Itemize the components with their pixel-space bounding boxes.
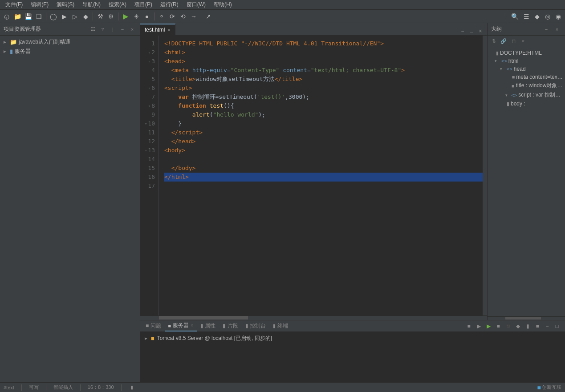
toolbar-btn-13[interactable]: ⚬ [157,12,167,21]
toolbar-btn-9[interactable]: ⚒ [95,12,105,21]
bottom-collapse-btn[interactable]: − [543,322,552,331]
tab-maximize-btn[interactable]: □ [467,27,476,35]
line-num-4: 4 [140,66,159,75]
toolbar-btn-7[interactable]: ▷ [70,12,80,21]
toolbar-save-btn[interactable]: 💾 [23,12,33,21]
outline-link-btn[interactable]: 🔗 [499,37,508,46]
server-tree-item[interactable]: ► ■ Tomcat v8.5 Server @ localhost [已启动,… [144,334,561,343]
toolbar-run-btn[interactable]: ▶ [121,12,130,21]
outline-close-btn[interactable]: × [553,25,561,34]
outline-scrollbar[interactable] [488,316,565,320]
status-writable: 可写 [29,384,39,391]
toolbar-export-btn[interactable]: ↗ [203,12,213,21]
tab-close-btn[interactable]: × [476,27,484,35]
menu-navigate[interactable]: 导航(N) [79,0,104,9]
outline-meta-label: meta content=text/... [516,74,563,80]
line-num-6: ▿6 [140,84,159,93]
bottom-btn-3[interactable]: ▶ [484,322,493,331]
bottom-minimize-pane-btn[interactable]: ■ [464,322,473,331]
toolbar-sep-1 [46,12,46,20]
bottom-tab-terminal[interactable]: ▮ 终端 [269,321,292,331]
outline-item-body[interactable]: ▮ body : [488,100,565,108]
toolbar-btn-extra-2[interactable]: ◆ [532,12,542,21]
bottom-tab-console[interactable]: ▮ 控制台 [242,321,269,331]
toolbar-btn-16[interactable]: → [189,12,199,21]
toolbar-btn-5[interactable]: ◯ [49,12,58,21]
bottom-tab-server[interactable]: ■ 服务器 × [165,321,197,331]
sidebar-layout-btn[interactable]: ☷ [89,25,97,33]
bottom-toolbar: ■ ▶ ▶ ■ ◾ ◆ ▮ ■ − □ [463,322,563,331]
outline-header: 大纲 − × [488,23,565,36]
bottom-btn-5[interactable]: ◾ [504,322,512,331]
code-line-4: <meta http-equiv="Content-Type" content=… [164,66,483,75]
editor-tab-testhtml[interactable]: test.html × [140,24,175,35]
toolbar-new-btn[interactable]: ◵ [2,12,12,21]
toolbar-btn-extra-3[interactable]: ◎ [543,12,553,21]
toolbar-btn-15[interactable]: ⟲ [178,12,188,21]
outline-minimize-btn[interactable]: − [542,25,551,34]
toolbar-debug-btn[interactable]: ● [142,12,152,21]
menu-edit[interactable]: 编辑(E) [27,0,52,9]
meta-icon: ■ [512,74,515,80]
bottom-tab-properties[interactable]: ▮ 属性 [197,321,219,331]
outline-item-head[interactable]: ▾ <> head [488,65,565,73]
bottom-tab-console-label: ▮ 控制台 [245,322,266,330]
sidebar-collapse-btn[interactable]: − [118,25,126,33]
sidebar-close-btn[interactable]: × [128,25,136,33]
toolbar-search-btn[interactable]: 🔍 [509,12,520,21]
outline-collapse-btn[interactable]: ◻ [509,37,518,46]
editor-scrollbar-v[interactable] [483,36,487,315]
editor-tab-close-btn[interactable]: × [167,27,170,32]
sidebar: 项目资源管理器 — ☷ ▿ | − × ► 📁 javaweb从入门到精通 ► … [0,23,140,382]
toolbar-btn-8[interactable]: ◆ [81,12,90,21]
tab-minimize-btn[interactable]: − [459,27,467,35]
bottom-btn-7[interactable]: ▮ [523,322,532,331]
outline-extra-btn[interactable]: ▿ [519,37,528,46]
menu-file[interactable]: 文件(F) [2,0,26,9]
menu-project[interactable]: 项目(P) [131,0,156,9]
outline-item-title[interactable]: ■ title : window对象se... [488,81,565,90]
sidebar-title: 项目资源管理器 [4,25,77,33]
toolbar-run2-btn[interactable]: ☀ [131,12,141,21]
toolbar-open-btn[interactable]: 📁 [12,12,22,21]
status-bar: #text 可写 智能插入 16：8：330 ▮ ■ 创新互联 [0,382,565,392]
status-sep-4 [121,384,122,391]
line-num-14: 14 [140,155,159,164]
outline-sort-btn[interactable]: ⇅ [489,37,498,46]
bottom-btn-4[interactable]: ■ [494,322,503,331]
toolbar-btn-6[interactable]: ▶ [59,12,69,21]
sidebar-item-server[interactable]: ► ▮ 服务器 [0,47,140,56]
sidebar-minimize-btn[interactable]: — [79,25,87,33]
outline-item-script[interactable]: ▾ <> script : var 控制循环... [488,90,565,100]
editor-scrollbar-h[interactable] [140,315,487,320]
menu-run[interactable]: 运行(R) [157,0,182,9]
outline-title: 大纲 [491,25,540,33]
bottom-tab-server-close[interactable]: × [191,323,193,328]
code-content[interactable]: <!DOCTYPE HTML PUBLIC "-//W3C//DTD HTML … [159,36,483,315]
outline-item-doctype[interactable]: ▮ DOCTYPE:HTML [488,49,565,57]
bottom-maximize-btn[interactable]: □ [553,322,561,331]
bottom-btn-6[interactable]: ◆ [513,322,522,331]
menu-search[interactable]: 搜索(A) [105,0,130,9]
menu-source[interactable]: 源码(S) [53,0,78,9]
bottom-tab-problems[interactable]: ■ 问题 [142,321,165,331]
bottom-btn-8[interactable]: ■ [533,322,542,331]
sidebar-item-javaweb[interactable]: ► 📁 javaweb从入门到精通 [0,37,140,47]
bottom-tab-problems-label: ■ 问题 [146,322,161,330]
outline-item-meta[interactable]: ■ meta content=text/... [488,73,565,81]
bottom-tab-snippets[interactable]: ▮ 片段 [219,321,241,331]
toolbar-btn-extra-4[interactable]: ◉ [553,12,563,21]
bottom-btn-2[interactable]: ▶ [474,322,483,331]
outline-item-html[interactable]: ▾ <> html [488,57,565,65]
toolbar-btn-extra-1[interactable]: ☰ [521,12,531,21]
script-icon: <> [511,93,517,98]
toolbar-btn-10[interactable]: ⚙ [106,12,116,21]
menu-help[interactable]: 帮助(H) [210,0,236,9]
sidebar-filter-btn[interactable]: ▿ [99,25,107,33]
toolbar-save-all-btn[interactable]: ❏ [34,12,44,21]
menu-window[interactable]: 窗口(W) [183,0,209,9]
terminal-icon: ▮ [273,323,276,329]
line-numbers: 1 ▿2 ▿3 4 5 ▿6 7 ▿8 9 ▿10 11 12 ▿13 14 [140,36,159,315]
toolbar-btn-14[interactable]: ⟳ [167,12,177,21]
outline-script-label: script : var 控制循环... [518,91,563,99]
